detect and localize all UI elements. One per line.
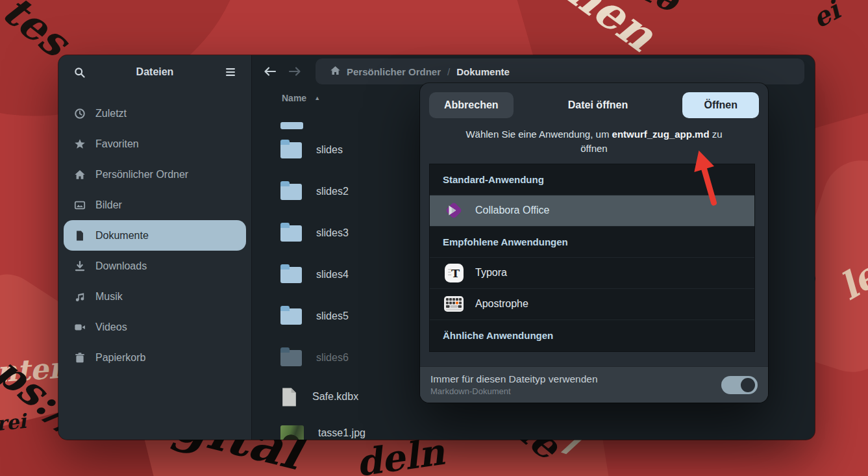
always-use-toggle[interactable] [721, 376, 758, 394]
always-use-label: Immer für diesen Dateityp verwenden [430, 373, 721, 385]
section-header-related: Ähnliche Anwendungen [430, 320, 754, 351]
apostrophe-icon [443, 293, 465, 315]
sort-ascending-icon: ▲ [314, 95, 320, 101]
dialog-footer: Immer für diesen Dateityp verwenden Mark… [420, 366, 768, 403]
folder-icon [280, 122, 303, 129]
section-header-recommended: Empfohlene Anwendungen [430, 227, 754, 258]
image-thumbnail [280, 425, 304, 440]
home-icon [330, 65, 341, 78]
folder-icon [280, 225, 302, 242]
sidebar-item-label: Zuletzt [95, 108, 127, 119]
svg-text:T: T [451, 267, 460, 280]
file-row[interactable]: tasse1.jpg [273, 415, 815, 440]
app-row-apostrophe[interactable]: Apostrophe [430, 289, 754, 320]
folder-icon [280, 184, 302, 200]
folder-icon [280, 350, 302, 366]
wallpaper-text-fragment: en [628, 0, 686, 25]
sidebar-item-papierkorb[interactable]: Papierkorb [64, 342, 246, 373]
sidebar-nav: Zuletzt Favoriten Persönlicher Ordner Bi… [58, 89, 251, 373]
file-name: tasse1.jpg [318, 427, 366, 439]
sidebar-item-label: Bilder [95, 199, 122, 211]
sidebar-item-favoriten[interactable]: Favoriten [64, 129, 246, 159]
application-list: Standard-Anwendung Collabora Office Empf… [429, 164, 755, 352]
image-icon [74, 199, 86, 211]
sidebar-item-label: Dokumente [95, 230, 149, 242]
app-row-collabora-office[interactable]: Collabora Office [430, 195, 754, 227]
download-icon [74, 260, 86, 272]
sidebar-item-persoenlicher-ordner[interactable]: Persönlicher Ordner [64, 159, 246, 190]
sidebar-item-videos[interactable]: Videos [64, 312, 246, 342]
breadcrumb-separator: / [447, 66, 450, 77]
file-name: slides3 [316, 227, 349, 239]
clock-icon [74, 108, 86, 119]
wallpaper-text-fragment: nen [559, 0, 663, 58]
sidebar-item-label: Papierkorb [95, 352, 145, 364]
breadcrumb-current[interactable]: Dokumente [456, 66, 510, 77]
typora-icon: T [443, 262, 465, 284]
app-row-typora[interactable]: T Typora [430, 258, 754, 289]
hamburger-menu-icon[interactable] [223, 64, 238, 80]
wallpaper-text-fragment: nter [0, 353, 64, 386]
filetype-label: Markdown-Dokument [430, 386, 721, 396]
open-button[interactable]: Öffnen [682, 92, 759, 118]
footer-text: Immer für diesen Dateityp verwenden Mark… [430, 373, 721, 396]
toggle-knob [741, 378, 755, 392]
cancel-button[interactable]: Abbrechen [429, 92, 514, 118]
app-name: Collabora Office [475, 205, 549, 216]
dialog-header: Abbrechen Datei öffnen Öffnen [420, 83, 768, 125]
sidebar: Dateien Zuletzt Favoriten [58, 55, 252, 440]
sidebar-item-dokumente[interactable]: Dokumente [64, 220, 246, 251]
sidebar-item-label: Persönlicher Ordner [95, 169, 188, 181]
forward-icon[interactable] [287, 64, 303, 79]
file-name: slides5 [316, 310, 349, 322]
file-name: slides2 [316, 186, 349, 197]
folder-icon [280, 267, 302, 283]
wallpaper-text-fragment: le [834, 256, 868, 306]
breadcrumb-root-label: Persönlicher Ordner [347, 66, 441, 77]
folder-icon [280, 142, 302, 158]
wallpaper-text-fragment: tes [0, 0, 76, 64]
star-icon [74, 138, 86, 150]
sidebar-item-label: Downloads [95, 260, 147, 272]
back-icon[interactable] [262, 64, 278, 79]
search-icon[interactable] [71, 64, 87, 80]
video-icon [74, 321, 86, 333]
home-icon [74, 169, 86, 181]
app-name: Typora [475, 267, 507, 279]
sidebar-item-bilder[interactable]: Bilder [64, 190, 246, 220]
file-icon [280, 387, 298, 407]
sidebar-item-zuletzt[interactable]: Zuletzt [64, 98, 246, 129]
file-name: slides4 [316, 269, 349, 281]
dialog-prompt: Wählen Sie eine Anwendung, um entwurf_zu… [454, 127, 734, 156]
collabora-office-icon [443, 199, 465, 221]
dialog-title: Datei öffnen [514, 99, 683, 111]
trash-icon [74, 352, 86, 364]
file-name: slides [316, 144, 343, 156]
open-with-dialog: Abbrechen Datei öffnen Öffnen Wählen Sie… [420, 83, 768, 403]
sidebar-item-downloads[interactable]: Downloads [64, 251, 246, 281]
section-header-default: Standard-Anwendung [430, 164, 754, 195]
document-icon [74, 230, 86, 242]
sidebar-item-musik[interactable]: Musik [64, 281, 246, 312]
breadcrumb: Persönlicher Ordner / Dokumente [316, 58, 804, 84]
wallpaper-text-fragment: rei [0, 412, 27, 434]
sidebar-item-label: Favoriten [95, 138, 139, 150]
sidebar-header: Dateien [58, 55, 251, 89]
target-filename: entwurf_zug_app.md [612, 129, 710, 140]
file-name: Safe.kdbx [312, 391, 358, 403]
sidebar-item-label: Musik [95, 291, 123, 303]
folder-icon [280, 308, 302, 325]
app-name: Apostrophe [475, 298, 528, 310]
app-title: Dateien [87, 66, 223, 78]
music-icon [74, 291, 86, 303]
breadcrumb-home[interactable]: Persönlicher Ordner [330, 65, 441, 78]
wallpaper-text-fragment: ei [808, 0, 844, 32]
file-name: slides6 [316, 352, 349, 364]
sidebar-item-label: Videos [95, 321, 127, 333]
